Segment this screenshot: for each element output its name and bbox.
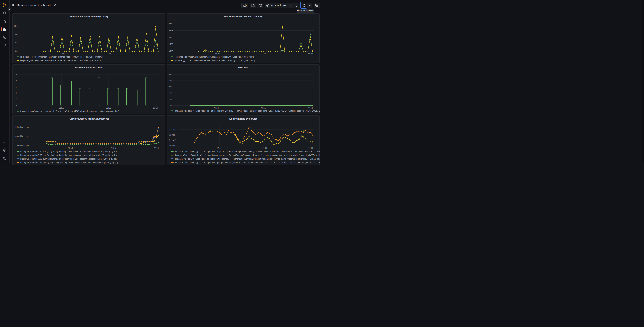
svg-text:21:50: 21:50 bbox=[68, 147, 73, 149]
svg-text:Demo Dashboard: Demo Dashboard bbox=[28, 4, 50, 6]
svg-text:40: 40 bbox=[169, 92, 172, 94]
svg-text:Recommendation Service (Memory: Recommendation Service (Memory) bbox=[224, 15, 263, 18]
svg-text:{exported_job="recommendations: {exported_job="recommendationservice", i… bbox=[20, 56, 103, 58]
svg-text:{instance="otelcol:9464", job=: {instance="otelcol:9464", job="otel", op… bbox=[174, 154, 320, 156]
svg-text:60: 60 bbox=[169, 86, 172, 88]
svg-text:6: 6 bbox=[16, 86, 17, 88]
svg-text:22:00: 22:00 bbox=[308, 52, 313, 55]
svg-text:20: 20 bbox=[169, 98, 172, 100]
svg-text:Recommendations Count: Recommendations Count bbox=[75, 66, 103, 69]
svg-text:22:00: 22:00 bbox=[154, 147, 159, 149]
svg-text:{exported_job="recommendations: {exported_job="recommendationservice", i… bbox=[20, 110, 119, 112]
svg-text:22:00: 22:00 bbox=[308, 107, 313, 109]
svg-text:200 milliseconds: 200 milliseconds bbox=[14, 135, 29, 138]
svg-text:21:55: 21:55 bbox=[262, 147, 268, 149]
svg-text:21:50: 21:50 bbox=[214, 107, 218, 109]
svg-text:2: 2 bbox=[16, 98, 17, 100]
svg-text:30%: 30% bbox=[14, 25, 18, 27]
svg-text:Error Rate: Error Rate bbox=[238, 66, 249, 69]
svg-text:/: / bbox=[26, 4, 27, 6]
svg-text:Demo: Demo bbox=[17, 4, 24, 6]
svg-text:4 MB: 4 MB bbox=[168, 36, 173, 38]
svg-text:80: 80 bbox=[169, 80, 172, 82]
svg-text:{exported_job="recommendations: {exported_job="recommendationservice", i… bbox=[175, 59, 255, 62]
svg-text:histogram_quantile(0.99, sum(r: histogram_quantile(0.99, sum(rate(latenc… bbox=[20, 158, 117, 160]
svg-text:21:50: 21:50 bbox=[60, 52, 64, 55]
svg-text:400 milliseconds: 400 milliseconds bbox=[14, 126, 29, 128]
svg-text:Endpoint Rate by Service: Endpoint Rate by Service bbox=[230, 117, 258, 120]
svg-text:21:50: 21:50 bbox=[59, 107, 64, 109]
svg-text:{exported_job="recommendations: {exported_job="recommendationservice", i… bbox=[20, 59, 100, 62]
svg-text:0 MB: 0 MB bbox=[168, 50, 173, 52]
svg-text:histogram_quantile(0.95, sum(r: histogram_quantile(0.95, sum(rate(latenc… bbox=[20, 154, 117, 156]
svg-text:0.1 req/s: 0.1 req/s bbox=[169, 139, 176, 142]
svg-text:10: 10 bbox=[14, 73, 17, 76]
svg-text:21:55: 21:55 bbox=[261, 107, 266, 109]
svg-text:22:00: 22:00 bbox=[153, 52, 158, 55]
svg-text:0.3 req/s: 0.3 req/s bbox=[169, 128, 176, 131]
svg-text:22:00: 22:00 bbox=[308, 147, 313, 149]
svg-text:6 MB: 6 MB bbox=[168, 30, 173, 32]
svg-text:{instance="otelcol:9464", job=: {instance="otelcol:9464", job="otel", op… bbox=[174, 110, 320, 112]
svg-text:8: 8 bbox=[16, 80, 17, 82]
svg-text:10%: 10% bbox=[14, 42, 18, 44]
svg-text:Last 15 minutes: Last 15 minutes bbox=[270, 4, 286, 7]
svg-text:0: 0 bbox=[16, 104, 17, 106]
svg-text:20%: 20% bbox=[14, 33, 18, 36]
svg-text:0%: 0% bbox=[14, 50, 18, 52]
svg-text:0 milliseconds: 0 milliseconds bbox=[16, 144, 29, 147]
svg-text:Service Latency (from SpanMetr: Service Latency (from SpanMetrics) bbox=[69, 117, 109, 120]
svg-text:0.0 req/s: 0.0 req/s bbox=[169, 144, 176, 147]
svg-text:{instance="otelcol:9464", job=: {instance="otelcol:9464", job="otel", op… bbox=[174, 162, 320, 164]
svg-text:8 MB: 8 MB bbox=[168, 22, 173, 25]
svg-text:0: 0 bbox=[170, 104, 172, 107]
svg-text:21:55: 21:55 bbox=[106, 52, 112, 55]
svg-text:histogram_quantile(0.50, sum(r: histogram_quantile(0.50, sum(rate(latenc… bbox=[20, 150, 117, 153]
svg-text:histogram_quantile(0.999, sum(: histogram_quantile(0.999, sum(rate(laten… bbox=[20, 162, 118, 164]
svg-text:{instance="otelcol:9464", job=: {instance="otelcol:9464", job="otel", op… bbox=[174, 158, 320, 160]
svg-text:21:55: 21:55 bbox=[261, 52, 266, 55]
svg-text:4: 4 bbox=[16, 92, 17, 94]
svg-text:21:55: 21:55 bbox=[111, 147, 116, 149]
svg-text:Recommendation Service (CPU%): Recommendation Service (CPU%) bbox=[70, 15, 108, 18]
svg-text:21:50: 21:50 bbox=[215, 52, 220, 55]
svg-text:0.2 req/s: 0.2 req/s bbox=[169, 134, 176, 136]
svg-text:21:50: 21:50 bbox=[217, 147, 222, 149]
svg-text:100: 100 bbox=[168, 73, 172, 76]
svg-text:22:00: 22:00 bbox=[153, 107, 158, 109]
svg-text:{instance="otelcol:9464", job=: {instance="otelcol:9464", job="otel", op… bbox=[174, 150, 320, 153]
svg-text:?: ? bbox=[4, 157, 5, 160]
svg-text:2 MB: 2 MB bbox=[168, 43, 173, 46]
svg-text:{exported_job="recommendations: {exported_job="recommendationservice", i… bbox=[175, 56, 254, 58]
svg-text:21:55: 21:55 bbox=[106, 107, 111, 109]
